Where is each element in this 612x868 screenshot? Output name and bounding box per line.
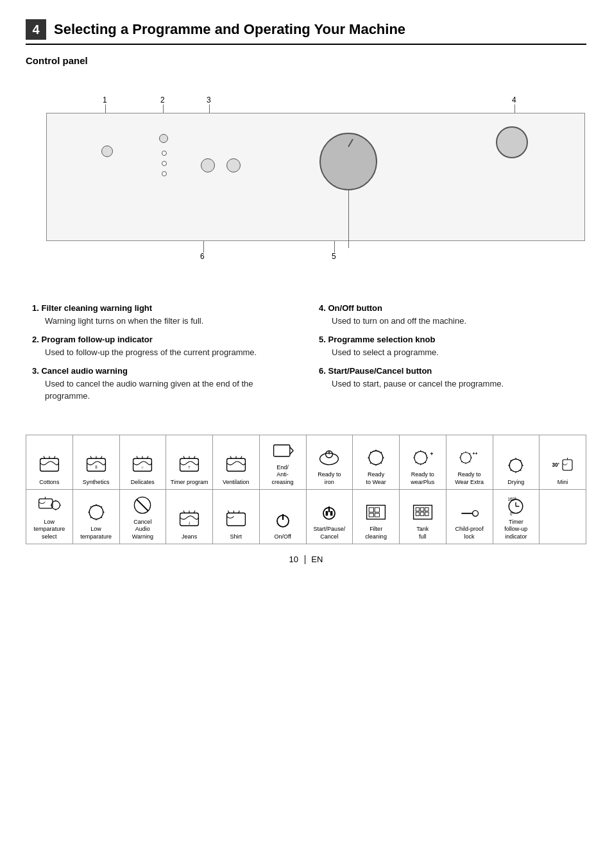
timer-follow-up-icon: 160° 0° [504,494,527,517]
svg-line-46 [415,462,416,463]
svg-line-57 [469,462,470,462]
child-proof-lock-icon [458,501,481,524]
svg-rect-112 [425,508,428,511]
icon-timer-program: T Timer program [166,435,213,489]
page: 4 Selecting a Programme and Operating Yo… [0,0,612,583]
synthetics-label: Synthetics [83,479,110,487]
start-pause-cancel-icon [318,501,341,524]
desc-1-title: 1. Filter cleaning warning light [32,302,293,315]
svg-point-78 [89,505,103,519]
programme-knob[interactable] [319,133,377,190]
svg-line-54 [461,453,462,454]
delicates-icon: ○ [131,454,154,477]
svg-text:II: II [95,465,98,469]
svg-line-66 [511,470,511,471]
page-number-section: 10 EN [26,555,586,565]
button-3b[interactable] [226,158,241,172]
diagram-label-4: 4 [512,96,516,104]
desc-6-body: Used to start, pause or cancel the progr… [319,378,580,390]
svg-text:○: ○ [141,465,144,469]
svg-line-45 [425,453,426,453]
on-off-label: On/Off [274,533,291,541]
tank-full-icon [411,501,434,524]
svg-text:160°: 160° [508,496,517,501]
tank-full-label: Tankfull [416,526,429,540]
ready-to-wear-extra-label: Ready toWear Extra [455,471,484,486]
desc-item-6: 6. Start/Pause/Cancel button Used to sta… [319,365,580,390]
svg-line-86 [101,517,101,518]
svg-point-30 [369,451,383,465]
diagram-label-1: 1 [103,96,107,104]
svg-line-83 [90,506,91,507]
start-pause-cancel-label: Start/Pause/Cancel [314,526,346,540]
desc-2-title: 2. Program follow-up indicator [32,333,293,346]
svg-line-24 [289,447,293,450]
timer-follow-up-label: Timerfollow-upindicator [504,519,527,541]
svg-text:+: + [430,451,433,457]
ready-to-wear-plus-icon: + [411,446,434,469]
control-panel-diagram: 1 2 3 4 [27,78,585,283]
svg-rect-102 [326,511,328,515]
svg-line-44 [415,453,416,453]
icon-low-temp-select: Lowtemparatureselect [26,490,73,544]
line-5-down [348,190,349,248]
svg-line-36 [381,452,382,453]
svg-line-64 [511,460,511,461]
icon-tank-full: Tankfull [400,490,446,544]
ready-to-wear-icon [364,446,387,469]
filter-cleaning-label: Filtercleaning [365,526,387,540]
end-anti-creasing-label: End/Anti-creasing [272,464,294,487]
svg-line-67 [520,470,521,471]
desc-3-body: Used to cancel the audio warning given a… [32,378,293,403]
svg-line-25 [289,451,293,454]
icon-row-1: Cottons II Synthetics [26,435,586,490]
icon-ready-to-wear-plus: + Ready towearPlus [400,435,446,489]
desc-4-body: Used to turn on and off the machine. [319,315,580,328]
knob-1 [101,146,113,157]
chapter-number: 4 [26,19,46,40]
chapter-title: Selecting a Programme and Operating Your… [54,21,405,38]
desc-5-title: 5. Programme selection knob [319,333,580,346]
desc-item-1: 1. Filter cleaning warning light Warning… [32,302,293,327]
svg-text:30′: 30′ [552,462,559,467]
icon-cancel-audio-warning: CancelAudioWarning [120,490,167,544]
diagram-label-6: 6 [200,252,205,261]
svg-point-39 [414,451,427,464]
svg-point-117 [472,511,478,517]
desc-col-right: 4. On/Off button Used to turn on and off… [319,302,580,409]
desc-2-body: Used to follow-up the progress of the cu… [32,346,293,359]
cottons-icon [38,454,61,477]
diagram-label-2: 2 [160,96,165,104]
dot-2c [162,171,167,176]
jeans-label: Jeans [182,533,197,541]
filter-cleaning-icon [364,501,387,524]
svg-rect-106 [375,508,379,512]
svg-text:++: ++ [472,451,477,456]
diagram-label-3: 3 [207,96,211,104]
onoff-button[interactable] [496,126,528,158]
icon-cottons: Cottons [26,435,73,489]
svg-rect-115 [425,512,428,515]
icon-synthetics: II Synthetics [73,435,120,489]
descriptions-section: 1. Filter cleaning warning light Warning… [26,302,586,409]
svg-rect-105 [369,508,373,512]
svg-rect-113 [416,512,419,515]
low-temperature-label: Lowtemparature [80,526,112,540]
svg-line-56 [461,462,462,462]
shirt-icon [225,508,248,531]
desc-3-title: 3. Cancel audio warning [32,365,293,378]
ready-to-iron-label: Ready toiron [318,471,341,486]
drying-label: Drying [507,479,524,487]
svg-text:0°: 0° [510,512,514,516]
desc-6-title: 6. Start/Pause/Cancel button [319,365,580,378]
panel-box [46,113,585,241]
icon-timer-follow-up: 160° 0° Timerfollow-upindicator [493,490,540,544]
button-3a[interactable] [201,158,215,172]
icon-ready-to-wear-extra: ++ Ready toWear Extra [446,435,493,489]
desc-col-left: 1. Filter cleaning warning light Warning… [32,302,293,409]
icon-shirt: Shirt [213,490,260,544]
svg-rect-108 [375,513,379,517]
svg-text:J: J [189,521,191,525]
mini-label: Mini [557,479,568,487]
svg-line-65 [520,460,521,461]
